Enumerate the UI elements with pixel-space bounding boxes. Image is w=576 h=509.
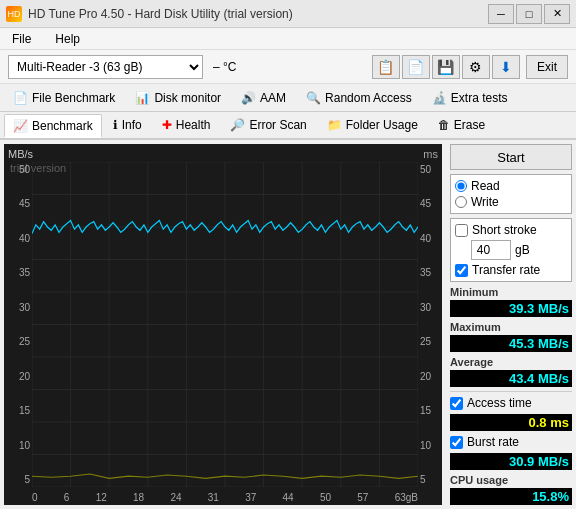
access-time-value: 0.8 ms bbox=[450, 414, 572, 431]
health-icon: ✚ bbox=[162, 118, 172, 132]
cpu-usage-value: 15.8% bbox=[450, 488, 572, 505]
erase-label: Erase bbox=[454, 118, 485, 132]
y-label-r-30: 30 bbox=[420, 302, 431, 313]
burst-rate-group: 30.9 MB/s bbox=[450, 453, 572, 470]
right-panel: Start Read Write Short stroke gB bbox=[446, 140, 576, 509]
y-label-r-50: 50 bbox=[420, 164, 431, 175]
tab-error-scan[interactable]: 🔎 Error Scan bbox=[221, 113, 315, 137]
options-group: Short stroke gB Transfer rate bbox=[450, 218, 572, 282]
menu-help[interactable]: Help bbox=[51, 30, 84, 48]
transfer-rate-row: Transfer rate bbox=[455, 263, 567, 277]
toolbar-icon-5[interactable]: ⬇ bbox=[492, 55, 520, 79]
info-label: Info bbox=[122, 118, 142, 132]
random-access-label: Random Access bbox=[325, 91, 412, 105]
x-label-57: 57 bbox=[357, 492, 368, 503]
tab-health[interactable]: ✚ Health bbox=[153, 113, 220, 137]
extra-tests-icon: 🔬 bbox=[432, 91, 447, 105]
cpu-usage-label: CPU usage bbox=[450, 474, 572, 486]
burst-rate-value: 30.9 MB/s bbox=[450, 453, 572, 470]
x-label-18: 18 bbox=[133, 492, 144, 503]
read-radio-row: Read bbox=[455, 179, 567, 193]
toolbar-icon-1[interactable]: 📋 bbox=[372, 55, 400, 79]
divider-1 bbox=[450, 391, 572, 392]
benchmark-label: Benchmark bbox=[32, 119, 93, 133]
tab-erase[interactable]: 🗑 Erase bbox=[429, 113, 494, 137]
short-stroke-label: Short stroke bbox=[472, 223, 537, 237]
tab-aam[interactable]: 🔊 AAM bbox=[232, 88, 295, 108]
error-scan-icon: 🔎 bbox=[230, 118, 245, 132]
maximum-label: Maximum bbox=[450, 321, 572, 333]
y-label-r-20: 20 bbox=[420, 371, 431, 382]
exit-button[interactable]: Exit bbox=[526, 55, 568, 79]
toolbar-icon-4[interactable]: ⚙ bbox=[462, 55, 490, 79]
y-label-r-10: 10 bbox=[420, 440, 431, 451]
aam-icon: 🔊 bbox=[241, 91, 256, 105]
random-access-icon: 🔍 bbox=[306, 91, 321, 105]
y-label-10: 10 bbox=[19, 440, 30, 451]
toolbar: Multi-Reader -3 (63 gB) – °C 📋 📄 💾 ⚙ ⬇ E… bbox=[0, 50, 576, 84]
tab-benchmark[interactable]: 📈 Benchmark bbox=[4, 114, 102, 138]
error-scan-label: Error Scan bbox=[249, 118, 306, 132]
maximum-value: 45.3 MB/s bbox=[450, 335, 572, 352]
y-label-50: 50 bbox=[19, 164, 30, 175]
average-label: Average bbox=[450, 356, 572, 368]
x-label-6: 6 bbox=[64, 492, 70, 503]
read-radio[interactable] bbox=[455, 180, 467, 192]
temperature-display: – °C bbox=[213, 60, 236, 74]
file-benchmark-icon: 📄 bbox=[13, 91, 28, 105]
short-stroke-checkbox[interactable] bbox=[455, 224, 468, 237]
disk-monitor-label: Disk monitor bbox=[154, 91, 221, 105]
tab-file-benchmark[interactable]: 📄 File Benchmark bbox=[4, 88, 124, 108]
transfer-rate-checkbox[interactable] bbox=[455, 264, 468, 277]
folder-usage-icon: 📁 bbox=[327, 118, 342, 132]
access-time-checkbox-row: Access time bbox=[450, 396, 572, 410]
tab-random-access[interactable]: 🔍 Random Access bbox=[297, 88, 421, 108]
extra-tests-label: Extra tests bbox=[451, 91, 508, 105]
benchmark-chart bbox=[32, 162, 418, 487]
tab-extra-tests[interactable]: 🔬 Extra tests bbox=[423, 88, 517, 108]
drive-select[interactable]: Multi-Reader -3 (63 gB) bbox=[8, 55, 203, 79]
menu-bar: File Help bbox=[0, 28, 576, 50]
tab-info[interactable]: ℹ Info bbox=[104, 113, 151, 137]
y-label-5: 5 bbox=[24, 474, 30, 485]
minimize-button[interactable]: ─ bbox=[488, 4, 514, 24]
average-value: 43.4 MB/s bbox=[450, 370, 572, 387]
chart-area: MB/s ms trial version 50 45 40 35 30 25 … bbox=[4, 144, 442, 505]
app-icon: HD bbox=[6, 6, 22, 22]
info-icon: ℹ bbox=[113, 118, 118, 132]
benchmark-icon: 📈 bbox=[13, 119, 28, 133]
average-group: Average 43.4 MB/s bbox=[450, 356, 572, 387]
tab-folder-usage[interactable]: 📁 Folder Usage bbox=[318, 113, 427, 137]
short-stroke-spinbox[interactable] bbox=[471, 240, 511, 260]
maximize-button[interactable]: □ bbox=[516, 4, 542, 24]
close-button[interactable]: ✕ bbox=[544, 4, 570, 24]
toolbar-icon-2[interactable]: 📄 bbox=[402, 55, 430, 79]
maximum-group: Maximum 45.3 MB/s bbox=[450, 321, 572, 352]
write-radio[interactable] bbox=[455, 196, 467, 208]
minimum-group: Minimum 39.3 MB/s bbox=[450, 286, 572, 317]
y-label-40: 40 bbox=[19, 233, 30, 244]
x-label-50: 50 bbox=[320, 492, 331, 503]
access-time-checkbox[interactable] bbox=[450, 397, 463, 410]
x-label-0: 0 bbox=[32, 492, 38, 503]
read-write-group: Read Write bbox=[450, 174, 572, 214]
burst-rate-checkbox[interactable] bbox=[450, 436, 463, 449]
tab-disk-monitor[interactable]: 📊 Disk monitor bbox=[126, 88, 230, 108]
y-label-r-35: 35 bbox=[420, 267, 431, 278]
x-label-24: 24 bbox=[170, 492, 181, 503]
minimum-value: 39.3 MB/s bbox=[450, 300, 572, 317]
y-label-25: 25 bbox=[19, 336, 30, 347]
health-label: Health bbox=[176, 118, 211, 132]
start-button[interactable]: Start bbox=[450, 144, 572, 170]
y-label-r-40: 40 bbox=[420, 233, 431, 244]
y-label-45: 45 bbox=[19, 198, 30, 209]
write-label: Write bbox=[471, 195, 499, 209]
y-label-r-25: 25 bbox=[420, 336, 431, 347]
window-controls: ─ □ ✕ bbox=[488, 4, 570, 24]
toolbar-icon-3[interactable]: 💾 bbox=[432, 55, 460, 79]
x-axis-labels: 0 6 12 18 24 31 37 44 50 57 63gB bbox=[32, 492, 418, 503]
disk-monitor-icon: 📊 bbox=[135, 91, 150, 105]
title-bar: HD HD Tune Pro 4.50 - Hard Disk Utility … bbox=[0, 0, 576, 28]
burst-rate-checkbox-row: Burst rate bbox=[450, 435, 572, 449]
menu-file[interactable]: File bbox=[8, 30, 35, 48]
